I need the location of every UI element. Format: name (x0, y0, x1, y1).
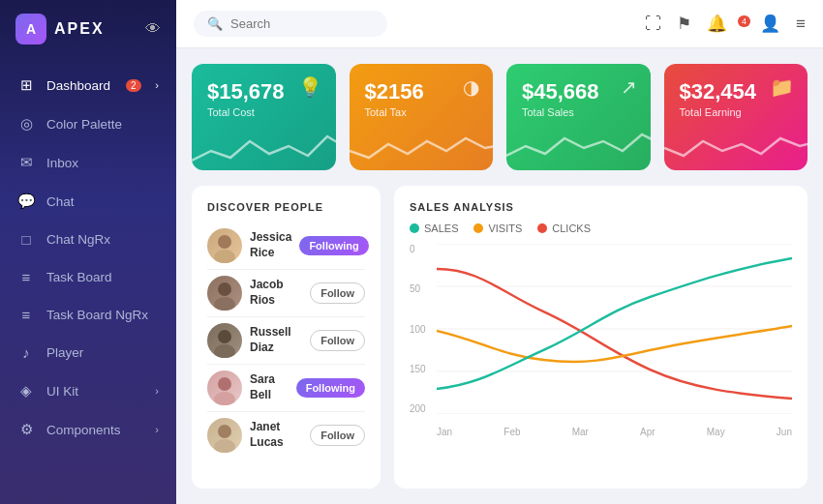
person-name: Russell Diaz (250, 325, 302, 355)
x-label: Feb (503, 427, 520, 437)
color-palette-icon: ◎ (17, 115, 35, 133)
sales-title: SALES ANALYSIS (410, 201, 792, 213)
stats-row: $15,678 Total Cost 💡 $2156 Total Tax ◑ (192, 64, 808, 170)
player-icon: ♪ (17, 344, 35, 361)
sidebar-item-color-palette[interactable]: ◎ Color Palette (0, 104, 176, 143)
chat-ngrx-icon: □ (17, 231, 35, 248)
chart-svg (437, 244, 792, 414)
sidebar-toggle-icon[interactable]: 👁 (145, 20, 161, 38)
svg-point-1 (214, 250, 235, 263)
header-icons: ⛶ ⚑ 🔔 4 👤 ≡ (645, 14, 806, 34)
menu-icon[interactable]: ≡ (796, 15, 806, 34)
chart-legend: SALES VISITS CLICKS (410, 222, 792, 234)
task-board-icon: ≡ (17, 269, 35, 285)
legend-label-visits: VISITS (488, 222, 522, 234)
stat-card-total-cost: $15,678 Total Cost 💡 (192, 64, 336, 170)
y-label: 50 (410, 283, 437, 294)
stat-card-total-earning: $32,454 Total Earning 📁 (664, 64, 808, 170)
sidebar-nav: ⊞ Dashboard 2 › ◎ Color Palette ✉ Inbox … (0, 58, 176, 504)
y-label: 0 (410, 244, 437, 254)
dashboard-badge: 2 (126, 79, 141, 92)
stat-label: Total Earning (680, 106, 793, 118)
search-icon: 🔍 (207, 16, 223, 31)
y-label: 200 (410, 403, 437, 414)
x-label: May (707, 427, 725, 437)
person-row: Jacob Rios Follow (207, 270, 365, 317)
follow-button-janet[interactable]: Follow (310, 425, 365, 446)
flag-icon[interactable]: ⚑ (677, 14, 691, 34)
y-label: 150 (410, 364, 437, 374)
legend-item-sales: SALES (410, 222, 458, 234)
stat-icon-trending: ↗ (621, 75, 637, 99)
stat-icon-pie: ◑ (463, 75, 479, 99)
legend-item-clicks: CLICKS (537, 222, 591, 234)
chevron-icon: › (155, 385, 159, 397)
svg-point-9 (214, 439, 235, 453)
person-row: Sara Bell Following (207, 365, 365, 412)
logo-icon: A (15, 14, 46, 44)
sidebar-item-ui-kit[interactable]: ◈ UI Kit › (0, 371, 176, 410)
stats-and-panels: $15,678 Total Cost 💡 $2156 Total Tax ◑ (176, 48, 823, 504)
legend-item-visits: VISITS (473, 222, 522, 234)
avatar (207, 276, 242, 311)
notification-icon[interactable]: 🔔 4 (707, 14, 745, 34)
person-name: Sara Bell (250, 372, 289, 402)
svg-point-8 (218, 425, 231, 438)
follow-button-jessica[interactable]: Following (299, 236, 368, 255)
stat-card-total-sales: $45,668 Total Sales ↗ (506, 64, 651, 170)
fullscreen-icon[interactable]: ⛶ (645, 15, 661, 34)
panels-row: DISCOVER PEOPLE Jessica Rice Following (192, 186, 808, 489)
stat-icon-folder: 📁 (770, 75, 794, 99)
sidebar-item-chat-ngrx[interactable]: □ Chat NgRx (0, 221, 176, 258)
sidebar-item-task-board-ngrx[interactable]: ≡ Task Board NgRx (0, 296, 176, 334)
follow-button-jacob[interactable]: Follow (310, 282, 365, 304)
svg-point-0 (218, 235, 231, 249)
sidebar-logo: A APEX 👁 (0, 0, 176, 58)
sidebar-item-label: Inbox (46, 156, 78, 170)
x-label: Apr (640, 427, 655, 437)
svg-point-6 (218, 377, 231, 391)
sidebar-item-dashboard[interactable]: ⊞ Dashboard 2 › (0, 66, 176, 104)
svg-point-2 (218, 282, 231, 296)
sidebar-item-label: UI Kit (46, 384, 78, 399)
sidebar-item-chat[interactable]: 💬 Chat (0, 182, 176, 221)
search-box[interactable]: 🔍 (194, 11, 387, 37)
sidebar-item-label: Components (46, 423, 121, 437)
x-label: Mar (572, 427, 589, 437)
stat-amount: $45,668 (522, 79, 635, 104)
search-input[interactable] (230, 16, 366, 31)
chat-icon: 💬 (17, 193, 35, 210)
sidebar-item-label: Chat NgRx (46, 232, 110, 247)
chart-y-labels: 200 150 100 50 0 (410, 244, 437, 414)
person-name: Jacob Rios (250, 278, 302, 308)
sidebar-item-inbox[interactable]: ✉ Inbox (0, 143, 176, 182)
x-label: Jan (437, 427, 452, 437)
avatar (207, 323, 242, 358)
stat-amount: $2156 (365, 79, 478, 104)
sidebar-item-label: Task Board NgRx (46, 308, 148, 322)
inbox-icon: ✉ (17, 154, 35, 171)
chevron-icon: › (155, 79, 159, 91)
stat-label: Total Sales (522, 106, 635, 118)
sidebar-item-task-board[interactable]: ≡ Task Board (0, 258, 176, 296)
chart-x-labels: Jan Feb Mar Apr May Jun (437, 427, 792, 437)
sidebar-item-components[interactable]: ⚙ Components › (0, 410, 176, 449)
notification-badge: 4 (738, 15, 750, 27)
person-row: Janet Lucas Follow (207, 412, 365, 459)
chevron-icon: › (155, 424, 159, 435)
stat-icon-bulb: 💡 (298, 75, 322, 99)
sidebar-item-label: Task Board (46, 270, 112, 284)
follow-button-sara[interactable]: Following (296, 378, 365, 398)
sidebar-item-player[interactable]: ♪ Player (0, 334, 176, 371)
follow-button-russell[interactable]: Follow (310, 330, 365, 351)
y-label: 100 (410, 324, 437, 335)
visits-dot (473, 223, 483, 233)
person-row: Russell Diaz Follow (207, 317, 365, 365)
sidebar: A APEX 👁 ⊞ Dashboard 2 › ◎ Color Palette… (0, 0, 176, 504)
person-name: Jessica Rice (250, 230, 291, 260)
task-board-ngrx-icon: ≡ (17, 307, 35, 323)
user-icon[interactable]: 👤 (760, 14, 780, 34)
stat-card-total-tax: $2156 Total Tax ◑ (350, 64, 494, 170)
sidebar-item-label: Color Palette (46, 117, 122, 132)
ui-kit-icon: ◈ (17, 382, 35, 400)
